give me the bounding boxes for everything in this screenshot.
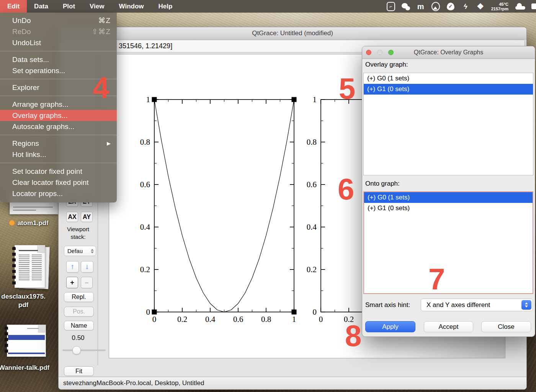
menu-separator bbox=[0, 163, 117, 163]
svg-text:0.8: 0.8 bbox=[307, 137, 317, 147]
menu-item-undolist[interactable]: UndoList bbox=[0, 37, 117, 48]
night-photo-icon[interactable] bbox=[431, 2, 440, 11]
file-icon-wannier[interactable] bbox=[7, 325, 46, 357]
menu-item-undo[interactable]: UnDo⌘Z bbox=[0, 15, 117, 26]
file-label-wannier[interactable]: Wannier-talk.pdf bbox=[0, 364, 53, 372]
slider-thumb[interactable] bbox=[72, 346, 81, 354]
svg-text:1: 1 bbox=[313, 95, 317, 104]
screen: atom1.pdf desclaux1975.pdf Wannier-talk.… bbox=[0, 0, 536, 392]
window-app-icon[interactable]: ⌐ bbox=[387, 2, 395, 11]
bolt-icon[interactable]: ϟ bbox=[461, 2, 470, 11]
graph-list-item[interactable]: (+) G0 (1 sets) bbox=[364, 73, 533, 84]
fit-button[interactable]: Fit bbox=[64, 366, 94, 376]
smart-axis-hint-dropdown[interactable]: X and Y axes different bbox=[421, 299, 533, 311]
curve-S0 bbox=[154, 100, 294, 312]
menu-item-set-locator-fixed-point[interactable]: Set locator fixed point bbox=[0, 166, 117, 177]
smart-axis-hint-label: Smart axis hint: bbox=[365, 301, 410, 309]
battery-icon[interactable] bbox=[531, 3, 536, 9]
menubar-item-view[interactable]: View bbox=[82, 0, 111, 13]
selection-handle bbox=[152, 310, 157, 315]
menu-item-overlay-graphs[interactable]: Overlay graphs... bbox=[0, 110, 117, 121]
overlay-graph-list[interactable]: (+) G0 (1 sets)(+) G1 (0 sets) bbox=[363, 73, 533, 175]
svg-text:0.2: 0.2 bbox=[140, 265, 150, 274]
edit-menu-list: UnDo⌘ZReDo⇧⌘ZUndoListData sets...Set ope… bbox=[0, 15, 117, 199]
menubar-item-help[interactable]: Help bbox=[151, 0, 180, 13]
svg-text:0.6: 0.6 bbox=[140, 180, 150, 189]
cloud-icon[interactable] bbox=[515, 2, 523, 11]
up-arrow-icon: ↑ bbox=[71, 263, 75, 271]
menu-item-data-sets[interactable]: Data sets... bbox=[0, 54, 117, 65]
accept-button[interactable]: Accept bbox=[424, 321, 473, 332]
cleanmymac-icon[interactable]: ✓ bbox=[446, 2, 455, 11]
file-label-atom1[interactable]: atom1.pdf bbox=[0, 219, 57, 227]
annotation-6: 6 bbox=[338, 174, 354, 204]
main-window-titlebar[interactable]: QtGrace: Untitled (modified) bbox=[59, 27, 526, 39]
close-button[interactable]: Close bbox=[481, 321, 531, 332]
replace-button[interactable]: Repl. bbox=[64, 292, 94, 302]
temperature-fan-readout[interactable]: 45°C 2157rpm bbox=[491, 2, 508, 11]
viewport-stack-label: Viewport stack: bbox=[59, 225, 98, 241]
file-label-desclaux[interactable]: desclaux1975.pdf bbox=[0, 292, 47, 309]
menubar-item-edit[interactable]: Edit bbox=[0, 0, 27, 13]
svg-text:1: 1 bbox=[146, 95, 150, 104]
menubar-item-window[interactable]: Window bbox=[112, 0, 151, 13]
status-text: stevezhangMacBook-Pro.local, Desktop, Un… bbox=[63, 379, 204, 387]
pdf-preview-icon bbox=[7, 325, 46, 357]
autoscale-y-button[interactable]: AY bbox=[81, 212, 93, 222]
autoscale-x-button[interactable]: AX bbox=[66, 212, 78, 222]
dropdown-stepper-icon bbox=[521, 300, 531, 310]
graph-list-item[interactable]: (+) G0 (1 sets) bbox=[364, 192, 533, 203]
graph-G0[interactable]: 00.20.40.60.8100.20.40.60.81 bbox=[140, 95, 297, 324]
onto-graph-list[interactable]: (+) G0 (1 sets)(+) G1 (0 sets) bbox=[363, 191, 533, 294]
svg-text:1: 1 bbox=[292, 315, 296, 324]
down-arrow-icon: ↓ bbox=[85, 263, 89, 271]
menu-item-hot-links[interactable]: Hot links... bbox=[0, 149, 117, 160]
pdf-preview-icon bbox=[15, 245, 45, 288]
remove-button[interactable]: – bbox=[81, 277, 93, 288]
apply-button[interactable]: Apply bbox=[365, 321, 415, 332]
overlay-graph-label: Overlay graph: bbox=[365, 61, 408, 69]
svg-text:0: 0 bbox=[319, 315, 323, 324]
selection-handle bbox=[292, 310, 297, 315]
overlay-graphs-dialog: QtGrace: Overlay Graphs Overlay graph: (… bbox=[362, 46, 535, 337]
menubar-item-data[interactable]: Data bbox=[27, 0, 56, 13]
svg-text:0.8: 0.8 bbox=[140, 137, 150, 147]
file-icon-desclaux[interactable] bbox=[15, 245, 45, 288]
spiral-binding bbox=[12, 247, 16, 286]
dialog-titlebar[interactable]: QtGrace: Overlay Graphs bbox=[362, 46, 535, 59]
close-traffic-light-icon[interactable] bbox=[366, 50, 371, 55]
menu-item-clear-locator-fixed-point[interactable]: Clear locator fixed point bbox=[0, 177, 117, 188]
move-up-button[interactable]: ↑ bbox=[66, 261, 79, 273]
svg-text:0: 0 bbox=[152, 315, 157, 324]
move-down-button[interactable]: ↓ bbox=[81, 261, 93, 273]
add-button[interactable]: + bbox=[66, 277, 78, 288]
menu-item-locator-props[interactable]: Locator props... bbox=[0, 188, 117, 199]
dropdown-chevrons-icon bbox=[91, 249, 94, 253]
dialog-title: QtGrace: Overlay Graphs bbox=[414, 49, 483, 56]
menubar-status-icons: ⌐ m ✓ ϟ ❖ 45°C 2157rpm bbox=[387, 0, 536, 13]
graph-list-item[interactable]: (+) G1 (0 sets) bbox=[364, 84, 533, 95]
svg-text:0.8: 0.8 bbox=[261, 315, 271, 324]
zoom-traffic-light-icon[interactable] bbox=[388, 50, 394, 55]
onto-graph-label: Onto graph: bbox=[365, 180, 400, 188]
main-window-title: QtGrace: Untitled (modified) bbox=[252, 29, 333, 37]
edit-menu-dropdown: UnDo⌘ZReDo⇧⌘ZUndoListData sets...Set ope… bbox=[0, 13, 117, 203]
annotation-5: 5 bbox=[339, 74, 355, 103]
position-button[interactable]: Pos. bbox=[64, 307, 94, 317]
slider-track[interactable] bbox=[62, 350, 106, 351]
dropbox-icon[interactable]: ❖ bbox=[476, 2, 485, 11]
graph-list-item[interactable]: (+) G1 (0 sets) bbox=[364, 203, 533, 214]
menu-item-regions[interactable]: Regions▶ bbox=[0, 138, 117, 149]
zoom-slider[interactable] bbox=[62, 346, 106, 354]
annotation-8: 8 bbox=[345, 321, 361, 351]
name-button[interactable]: Name bbox=[64, 321, 94, 330]
svg-text:0: 0 bbox=[146, 307, 150, 317]
minimize-traffic-light-icon[interactable] bbox=[377, 50, 382, 55]
menu-item-autoscale-graphs[interactable]: Autoscale graphs... bbox=[0, 121, 117, 132]
annotation-4: 4 bbox=[93, 73, 109, 103]
moom-icon[interactable]: m bbox=[417, 2, 425, 11]
menubar-item-plot[interactable]: Plot bbox=[56, 0, 82, 13]
viewport-stack-dropdown[interactable]: Defau bbox=[64, 246, 96, 256]
wechat-icon[interactable] bbox=[402, 2, 410, 11]
locator-text: 351546, 1.21429] bbox=[119, 42, 172, 50]
